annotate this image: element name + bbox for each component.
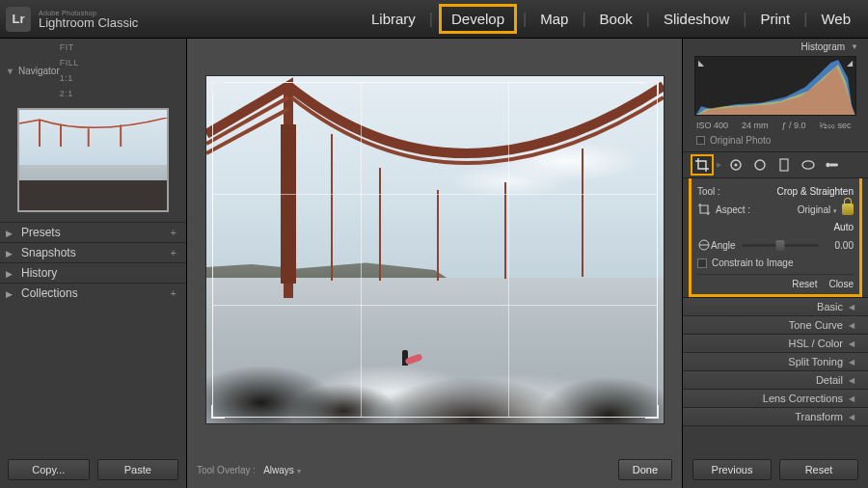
app-title: Adobe Photoshop Lightroom Classic bbox=[39, 10, 138, 29]
add-collection-icon[interactable]: + bbox=[171, 287, 176, 299]
angle-slider[interactable] bbox=[742, 244, 819, 247]
previous-button[interactable]: Previous bbox=[692, 459, 772, 480]
reset-button[interactable]: Reset bbox=[779, 459, 858, 480]
add-snapshot-icon[interactable]: + bbox=[171, 247, 176, 258]
center-canvas: Tool Overlay : Always ▾ Done bbox=[187, 39, 683, 488]
aspect-label: Aspect : bbox=[716, 204, 750, 215]
done-button[interactable]: Done bbox=[618, 459, 672, 480]
module-map[interactable]: Map bbox=[532, 7, 576, 31]
section-presets[interactable]: ▶Presets+ bbox=[0, 222, 186, 242]
histogram-header[interactable]: Histogram▼ bbox=[683, 39, 868, 54]
svg-rect-9 bbox=[780, 159, 788, 171]
tool-overlay-select[interactable]: Always ▾ bbox=[263, 465, 300, 475]
section-snapshots[interactable]: ▶Snapshots+ bbox=[0, 242, 186, 262]
navigator-header[interactable]: ▼Navigator FIT FILL 1:1 2:1 bbox=[0, 39, 186, 102]
section-split-toning[interactable]: Split Toning◀ bbox=[683, 353, 868, 371]
section-collections[interactable]: ▶Collections+ bbox=[0, 283, 186, 303]
graduated-filter-tool-icon[interactable] bbox=[773, 154, 796, 176]
zoom-fit[interactable]: FIT bbox=[60, 42, 176, 52]
copy-settings-button[interactable]: Copy... bbox=[8, 459, 90, 480]
exif-focal: 24 mm bbox=[742, 121, 769, 130]
angle-label: Angle bbox=[711, 240, 736, 251]
section-basic[interactable]: Basic◀ bbox=[683, 298, 868, 316]
crop-panel: Tool : Crop & Straighten Aspect : Origin… bbox=[689, 178, 862, 297]
tool-name: Crop & Straighten bbox=[777, 186, 854, 197]
svg-point-10 bbox=[802, 161, 814, 169]
spot-removal-tool-icon[interactable] bbox=[724, 154, 747, 176]
crop-close-button[interactable]: Close bbox=[828, 279, 854, 289]
svg-rect-12 bbox=[829, 164, 838, 167]
product-label: Lightroom Classic bbox=[39, 16, 138, 29]
app-logo: Lr Adobe Photoshop Lightroom Classic bbox=[6, 7, 138, 32]
module-print[interactable]: Print bbox=[752, 7, 798, 31]
tool-label: Tool : bbox=[697, 186, 720, 197]
crop-handle-bl[interactable] bbox=[211, 405, 225, 419]
radial-filter-tool-icon[interactable] bbox=[797, 154, 820, 176]
develop-toolbar: Tool Overlay : Always ▾ Done bbox=[187, 453, 682, 488]
crop-reset-button[interactable]: Reset bbox=[792, 279, 817, 289]
photo-preview[interactable] bbox=[206, 76, 664, 423]
exif-aperture: ƒ / 9.0 bbox=[782, 121, 806, 130]
svg-point-7 bbox=[734, 163, 737, 166]
module-slideshow[interactable]: Slideshow bbox=[656, 7, 737, 31]
svg-point-8 bbox=[755, 160, 765, 170]
zoom-2to1[interactable]: 2:1 bbox=[60, 89, 176, 98]
constrain-checkbox[interactable] bbox=[697, 258, 707, 268]
adjustment-brush-tool-icon[interactable] bbox=[821, 154, 844, 176]
crop-handle-tl[interactable] bbox=[211, 81, 225, 95]
section-lens-corrections[interactable]: Lens Corrections◀ bbox=[683, 390, 868, 408]
exif-iso: ISO 400 bbox=[696, 121, 728, 130]
angle-icon bbox=[697, 238, 711, 252]
original-photo-label: Original Photo bbox=[710, 135, 771, 146]
navigator-label: Navigator bbox=[18, 66, 60, 76]
left-panel: ▼Navigator FIT FILL 1:1 2:1 ▶Presets+ ▶S… bbox=[0, 39, 187, 488]
zoom-fill[interactable]: FILL bbox=[60, 58, 176, 68]
section-history[interactable]: ▶History bbox=[0, 262, 186, 283]
crop-overlay[interactable] bbox=[212, 82, 658, 418]
navigator-thumbnail[interactable] bbox=[17, 108, 169, 212]
crop-tool-icon[interactable] bbox=[691, 154, 714, 176]
aspect-icon bbox=[697, 203, 711, 216]
original-photo-checkbox[interactable] bbox=[696, 136, 705, 145]
histogram[interactable]: ◣ ◢ bbox=[694, 56, 856, 116]
angle-value[interactable]: 0.00 bbox=[825, 240, 854, 251]
app-header: Lr Adobe Photoshop Lightroom Classic Lib… bbox=[0, 0, 868, 39]
logo-badge: Lr bbox=[6, 7, 31, 32]
crop-handle-br[interactable] bbox=[645, 405, 659, 419]
right-panel: Histogram▼ ◣ ◢ ISO 400 24 mm ƒ / 9.0 ¹⁄₂… bbox=[683, 39, 868, 488]
aspect-select[interactable]: Original ▾ bbox=[798, 204, 837, 215]
redeye-tool-icon[interactable] bbox=[748, 154, 772, 176]
tool-overlay-label: Tool Overlay : bbox=[197, 465, 256, 475]
zoom-1to1[interactable]: 1:1 bbox=[60, 73, 176, 83]
auto-straighten-button[interactable]: Auto bbox=[833, 222, 854, 232]
tool-strip: ▶ bbox=[683, 151, 868, 178]
crop-handle-tr[interactable] bbox=[645, 81, 659, 95]
exif-shutter: ¹⁄₂₀₀ sec bbox=[820, 121, 852, 130]
module-library[interactable]: Library bbox=[364, 7, 423, 31]
module-develop[interactable]: Develop bbox=[439, 4, 517, 34]
add-preset-icon[interactable]: + bbox=[171, 227, 176, 238]
module-book[interactable]: Book bbox=[592, 7, 640, 31]
module-picker: Library | Develop | Map | Book | Slidesh… bbox=[364, 4, 858, 34]
module-web[interactable]: Web bbox=[813, 7, 858, 31]
section-detail[interactable]: Detail◀ bbox=[683, 371, 868, 390]
triangle-right-icon: ▶ bbox=[715, 155, 723, 175]
section-tone-curve[interactable]: Tone Curve◀ bbox=[683, 316, 868, 335]
constrain-label: Constrain to Image bbox=[712, 258, 794, 268]
paste-settings-button[interactable]: Paste bbox=[97, 459, 179, 480]
section-transform[interactable]: Transform◀ bbox=[683, 408, 868, 426]
aspect-lock-icon[interactable] bbox=[842, 203, 854, 215]
exif-readout: ISO 400 24 mm ƒ / 9.0 ¹⁄₂₀₀ sec bbox=[683, 118, 868, 133]
section-hsl-color[interactable]: HSL / Color◀ bbox=[683, 335, 868, 353]
